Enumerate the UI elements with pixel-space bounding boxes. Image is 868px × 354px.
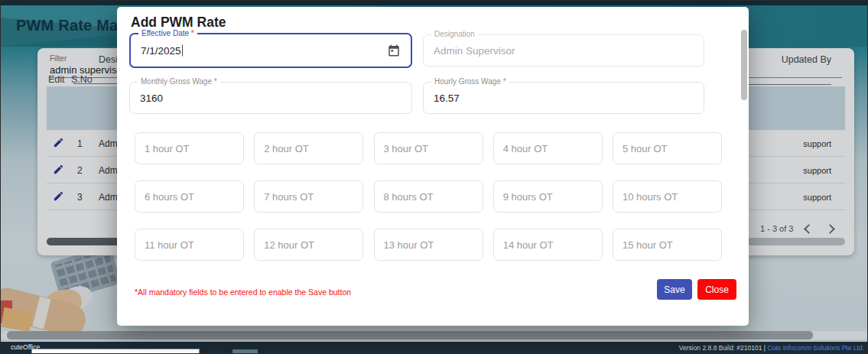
taskbar-fragment — [31, 349, 200, 354]
status-bar: cuteOffice Version 2.8.8 Build: #210101 … — [1, 342, 868, 354]
ot-input-2[interactable]: 2 hour OT — [254, 132, 363, 164]
ot-placeholder: 6 hours OT — [145, 191, 194, 203]
hourly-gross-wage-label: Hourly Gross Wage * — [431, 77, 509, 86]
ot-input-3[interactable]: 3 hour OT — [374, 132, 483, 164]
ot-placeholder: 15 hour OT — [623, 239, 673, 251]
designation-value: Admin Supervisor — [434, 45, 515, 57]
monthly-gross-wage-label: Monthly Gross Wage * — [138, 77, 220, 86]
ot-input-8[interactable]: 8 hours OT — [374, 180, 483, 213]
effective-date-field[interactable]: Effective Date * 7/1/2025 — [129, 33, 412, 68]
ot-input-13[interactable]: 13 hour OT — [374, 229, 483, 261]
ot-placeholder: 13 hour OT — [384, 239, 434, 251]
designation-label: Designation — [431, 30, 478, 38]
screen: PWM Rate Master Cancel Add PWM Rate Filt… — [0, 0, 868, 354]
effective-date-label: Effective Date * — [138, 29, 197, 37]
modal-scrollbar-thumb[interactable] — [741, 30, 747, 100]
ot-input-14[interactable]: 14 hour OT — [493, 229, 603, 261]
ot-placeholder: 8 hours OT — [384, 191, 434, 203]
ot-placeholder: 2 hour OT — [264, 143, 309, 154]
ot-rate-grid: 1 hour OT2 hour OT3 hour OT4 hour OT5 ho… — [135, 132, 722, 261]
close-button[interactable]: Close — [697, 279, 736, 300]
ot-input-10[interactable]: 10 hours OT — [613, 180, 722, 213]
effective-date-value[interactable]: 7/1/2025 — [141, 45, 183, 57]
text-caret — [182, 45, 183, 57]
ot-input-7[interactable]: 7 hours OT — [254, 180, 363, 213]
ot-placeholder: 10 hours OT — [623, 191, 678, 203]
ot-placeholder: 9 hours OT — [503, 191, 553, 203]
hourly-gross-wage-field[interactable]: Hourly Gross Wage * 16.57 — [423, 82, 704, 114]
ot-input-6[interactable]: 6 hours OT — [135, 180, 244, 213]
mandatory-fields-note: *All mandatory fields to be entered to e… — [135, 287, 351, 297]
ot-placeholder: 5 hour OT — [623, 143, 668, 154]
ot-placeholder: 1 hour OT — [145, 143, 190, 154]
ot-input-1[interactable]: 1 hour OT — [135, 132, 244, 164]
ot-placeholder: 14 hour OT — [503, 239, 554, 251]
designation-field: Designation Admin Supervisor — [423, 34, 704, 67]
hourly-gross-wage-value[interactable]: 16.57 — [434, 93, 460, 104]
ot-input-4[interactable]: 4 hour OT — [493, 132, 603, 164]
company-link[interactable]: Cute Infocomm Solutions Pte Ltd. — [767, 344, 864, 352]
ot-input-11[interactable]: 11 hour OT — [135, 229, 244, 261]
modal-title: Add PWM Rate — [131, 15, 226, 31]
page-scrollbar-thumb[interactable] — [7, 331, 813, 339]
calendar-icon[interactable] — [387, 44, 401, 57]
ot-input-12[interactable]: 12 hour OT — [254, 229, 363, 261]
save-button[interactable]: Save — [657, 279, 692, 300]
ot-placeholder: 12 hour OT — [264, 239, 314, 251]
version-text: Version 2.8.8 Build: #210101 | Cute Info… — [679, 344, 864, 352]
ot-input-5[interactable]: 5 hour OT — [613, 132, 722, 164]
ot-input-15[interactable]: 15 hour OT — [613, 229, 722, 261]
ot-input-9[interactable]: 9 hours OT — [493, 180, 603, 213]
ot-placeholder: 7 hours OT — [264, 191, 314, 203]
monthly-gross-wage-field[interactable]: Monthly Gross Wage * 3160 — [129, 82, 412, 114]
ot-placeholder: 11 hour OT — [145, 239, 194, 251]
taskbar-fragment — [232, 349, 258, 354]
ot-placeholder: 3 hour OT — [384, 143, 429, 154]
add-pwm-rate-modal: Add PWM Rate Effective Date * 7/1/2025 D… — [117, 7, 749, 326]
ot-placeholder: 4 hour OT — [503, 143, 548, 154]
monthly-gross-wage-value[interactable]: 3160 — [140, 93, 163, 104]
